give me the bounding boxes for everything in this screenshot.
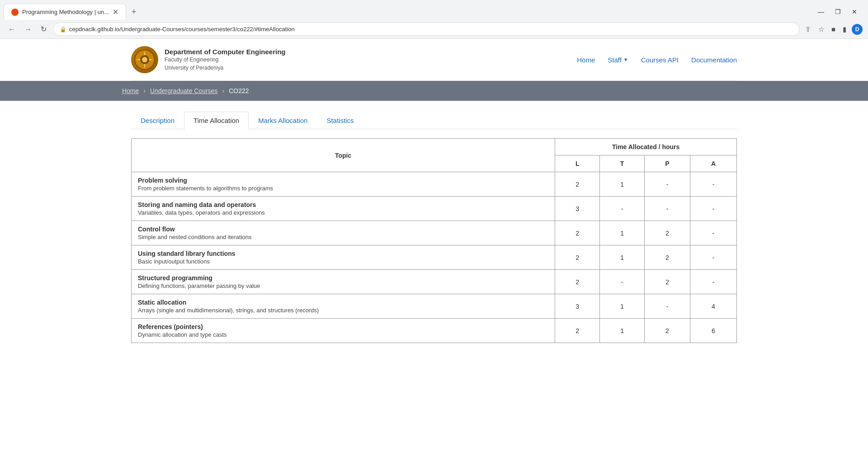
topic-cell: Control flowSimple and nested conditions… [132, 221, 555, 245]
breadcrumb-home[interactable]: Home [122, 87, 139, 94]
table-subcol-t: T [600, 155, 645, 172]
nav-documentation[interactable]: Documentation [691, 56, 737, 64]
nav-home[interactable]: Home [577, 56, 595, 64]
cell-l: 2 [555, 221, 600, 245]
tab-bar: DescriptionTime AllocationMarks Allocati… [131, 112, 737, 129]
cell-p: 2 [645, 319, 690, 343]
breadcrumb-sep-1: › [143, 87, 146, 94]
cell-t: 1 [600, 294, 645, 319]
extensions-icon[interactable]: ■ [830, 24, 837, 35]
cell-a: - [690, 221, 736, 245]
browser-tab[interactable]: Programming Methodology | un... ✕ [4, 4, 126, 20]
cell-a: - [690, 197, 736, 221]
tab-close-button[interactable]: ✕ [113, 8, 118, 16]
table-subcol-l: L [555, 155, 600, 172]
tab-statistics[interactable]: Statistics [317, 112, 363, 129]
lock-icon: 🔒 [60, 26, 66, 33]
table-subcol-p: P [645, 155, 690, 172]
breadcrumb-sep-2: › [222, 87, 224, 94]
table-row: References (pointers)Dynamic allocation … [132, 319, 737, 343]
breadcrumb-bar: Home › Undergraduate Courses › CO222 [0, 81, 868, 101]
dept-name: Department of Computer Engineering [165, 48, 286, 56]
cell-p: 2 [645, 221, 690, 245]
cell-t: 1 [600, 172, 645, 197]
tab-title: Programming Methodology | un... [22, 9, 109, 15]
topic-cell: References (pointers)Dynamic allocation … [132, 319, 555, 343]
cell-t: 1 [600, 319, 645, 343]
cell-l: 2 [555, 245, 600, 270]
cell-a: 6 [690, 319, 736, 343]
table-row: Structured programmingDefining functions… [132, 270, 737, 294]
cell-p: 2 [645, 245, 690, 270]
topic-cell: Using standard library functionsBasic in… [132, 245, 555, 270]
tab-marks-allocation[interactable]: Marks Allocation [249, 112, 317, 129]
breadcrumb-undergrad[interactable]: Undergraduate Courses [150, 87, 217, 94]
close-button[interactable]: ✕ [848, 6, 861, 17]
cell-t: 1 [600, 221, 645, 245]
svg-point-2 [142, 57, 147, 62]
dept-info: Department of Computer Engineering Facul… [165, 48, 286, 72]
tab-description[interactable]: Description [131, 112, 184, 129]
dropdown-arrow-icon: ▼ [623, 57, 628, 62]
cell-t: 1 [600, 245, 645, 270]
cell-l: 2 [555, 319, 600, 343]
breadcrumb-current: CO222 [229, 87, 249, 94]
cell-a: - [690, 270, 736, 294]
tab-time-allocation[interactable]: Time Allocation [184, 112, 249, 129]
site-nav: Home Staff ▼ Courses API Documentation [577, 56, 737, 64]
logo-area: Department of Computer Engineering Facul… [131, 46, 286, 73]
cell-t: - [600, 270, 645, 294]
back-button[interactable]: ← [5, 24, 18, 35]
cell-t: - [600, 197, 645, 221]
cell-a: 4 [690, 294, 736, 319]
reload-button[interactable]: ↻ [38, 23, 49, 35]
cell-a: - [690, 245, 736, 270]
cell-l: 2 [555, 172, 600, 197]
table-subcol-a: A [690, 155, 736, 172]
table-row: Static allocationArrays (single and mult… [132, 294, 737, 319]
url-bar[interactable]: 🔒 cepdnaclk.github.io/Undergraduate-Cour… [53, 23, 800, 36]
share-icon[interactable]: ⇧ [803, 24, 813, 35]
topic-cell: Problem solvingFrom problem statements t… [132, 172, 555, 197]
bookmark-icon[interactable]: ☆ [816, 24, 826, 35]
nav-staff[interactable]: Staff ▼ [608, 56, 628, 64]
site-header: Department of Computer Engineering Facul… [131, 39, 737, 81]
topic-cell: Storing and naming data and operatorsVar… [132, 197, 555, 221]
cell-p: - [645, 294, 690, 319]
dept-sub2: University of Peradeniya [165, 64, 286, 72]
table-row: Control flowSimple and nested conditions… [132, 221, 737, 245]
minimize-button[interactable]: — [814, 6, 828, 17]
cell-l: 2 [555, 270, 600, 294]
tab-favicon [11, 9, 19, 16]
profile-avatar[interactable]: D [852, 24, 863, 35]
cell-p: - [645, 197, 690, 221]
table-row: Using standard library functionsBasic in… [132, 245, 737, 270]
table-row: Storing and naming data and operatorsVar… [132, 197, 737, 221]
table-topic-header: Topic [132, 139, 555, 172]
cell-l: 3 [555, 197, 600, 221]
table-row: Problem solvingFrom problem statements t… [132, 172, 737, 197]
topic-cell: Structured programmingDefining functions… [132, 270, 555, 294]
cell-l: 3 [555, 294, 600, 319]
table-group-header: Time Allocated / hours [555, 139, 737, 155]
dept-sub1: Faculty of Engineering [165, 56, 286, 64]
nav-courses-api[interactable]: Courses API [641, 56, 679, 64]
time-allocation-table: Topic Time Allocated / hours LTPA Proble… [131, 138, 737, 343]
url-text: cepdnaclk.github.io/Undergraduate-Course… [69, 26, 793, 33]
university-logo [131, 46, 158, 73]
cell-a: - [690, 172, 736, 197]
sidebar-icon[interactable]: ▮ [841, 24, 848, 35]
topic-cell: Static allocationArrays (single and mult… [132, 294, 555, 319]
cell-p: 2 [645, 270, 690, 294]
breadcrumb: Home › Undergraduate Courses › CO222 [122, 87, 746, 94]
new-tab-button[interactable]: + [128, 5, 140, 19]
forward-button[interactable]: → [22, 24, 34, 35]
maximize-button[interactable]: ❐ [831, 6, 844, 17]
cell-p: - [645, 172, 690, 197]
